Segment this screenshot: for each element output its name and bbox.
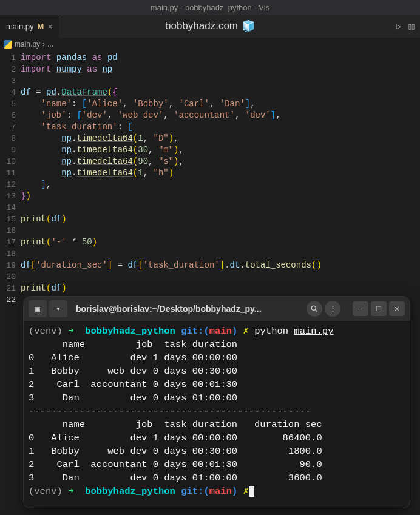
terminal-header: ▣ ▾ borislav@borislav:~/Desktop/bobbyhad… bbox=[24, 297, 410, 321]
close-window-icon[interactable]: ✕ bbox=[389, 301, 405, 316]
split-icon[interactable]: ▯▯ bbox=[407, 21, 414, 32]
svg-point-0 bbox=[311, 306, 316, 310]
table-row: 0 Alice dev 1 days 00:00:00 bbox=[29, 352, 237, 363]
breadcrumb-more: ... bbox=[47, 40, 53, 49]
breadcrumb-file: main.py bbox=[15, 40, 40, 49]
tab-filename: main.py bbox=[6, 22, 34, 31]
svg-line-1 bbox=[315, 309, 317, 311]
table-row: 3 Dan dev 0 days 01:00:00 3600.0 bbox=[29, 473, 322, 483]
terminal-window: ▣ ▾ borislav@borislav:~/Desktop/bobbyhad… bbox=[23, 296, 410, 508]
code-editor[interactable]: 1 2 3 4 5 6 7 8 9 10 11 12 13 14 15 16 1… bbox=[0, 51, 420, 306]
new-tab-button[interactable]: ▣ bbox=[29, 300, 47, 317]
banner-text: bobbyhadz.com bbox=[165, 20, 238, 32]
run-icon[interactable]: ▷ bbox=[396, 21, 401, 32]
terminal-body[interactable]: (venv) ➜ bobbyhadz_python git:(main) ✗ p… bbox=[24, 321, 410, 502]
banner: bobbyhadz.com 🧊 bbox=[0, 19, 420, 33]
table-row: name job task_duration bbox=[29, 339, 237, 350]
cube-icon: 🧊 bbox=[242, 19, 255, 33]
table-row: 2 Carl accountant 0 days 00:01:30 90.0 bbox=[29, 459, 322, 470]
breadcrumb[interactable]: main.py › ... bbox=[0, 38, 420, 51]
minimize-icon[interactable]: – bbox=[353, 301, 368, 316]
tab-dropdown-button[interactable]: ▾ bbox=[49, 300, 67, 317]
table-row: 3 Dan dev 0 days 01:00:00 bbox=[29, 392, 237, 403]
code-content[interactable]: import pandas as pd import numpy as np d… bbox=[19, 52, 322, 306]
table-row: 1 Bobby web dev 0 days 00:30:00 bbox=[29, 366, 237, 377]
tab-main-py[interactable]: main.py M × bbox=[0, 15, 59, 38]
close-icon[interactable]: × bbox=[47, 22, 52, 32]
maximize-icon[interactable]: □ bbox=[371, 301, 387, 316]
table-row: 2 Carl accountant 0 days 00:01:30 bbox=[29, 379, 237, 390]
table-row: name job task_duration duration_sec bbox=[29, 419, 322, 430]
window-title-bar: main.py - bobbyhadz_python - Vis bbox=[0, 0, 420, 15]
tab-modified-indicator: M bbox=[38, 22, 44, 31]
python-file-icon bbox=[4, 40, 12, 49]
table-row: 1 Bobby web dev 0 days 00:30:00 1800.0 bbox=[29, 446, 322, 457]
search-icon[interactable] bbox=[307, 301, 322, 317]
tab-bar: main.py M × bobbyhadz.com 🧊 ▷ ▯▯ bbox=[0, 15, 420, 38]
breadcrumb-sep: › bbox=[42, 40, 45, 49]
terminal-title: borislav@borislav:~/Desktop/bobbyhadz_py… bbox=[70, 304, 304, 314]
table-row: 0 Alice dev 1 days 00:00:00 86400.0 bbox=[29, 433, 322, 443]
cursor bbox=[249, 486, 254, 497]
menu-icon[interactable]: ⋮ bbox=[325, 301, 340, 317]
editor-actions: ▷ ▯▯ bbox=[396, 21, 414, 32]
line-gutter: 1 2 3 4 5 6 7 8 9 10 11 12 13 14 15 16 1… bbox=[0, 52, 19, 306]
window-title: main.py - bobbyhadz_python - Vis bbox=[151, 3, 269, 12]
